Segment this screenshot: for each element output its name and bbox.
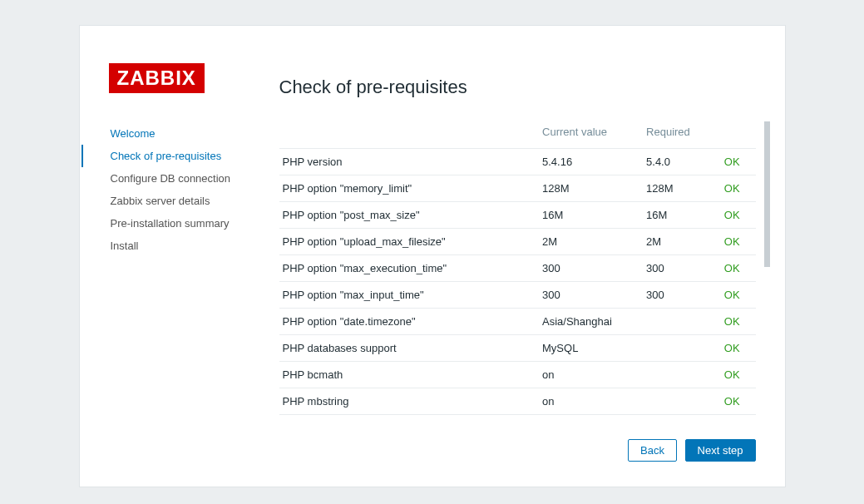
cell-required-value: 16M bbox=[643, 202, 721, 229]
zabbix-logo: ZABBIX bbox=[109, 63, 205, 93]
cell-status: OK bbox=[721, 388, 756, 415]
cell-current-value: MySQL bbox=[539, 335, 643, 362]
cell-name: PHP databases support bbox=[279, 335, 540, 362]
cell-required-value: 300 bbox=[643, 255, 721, 282]
table-row: PHP option "max_input_time"300300OK bbox=[279, 282, 756, 309]
cell-status: OK bbox=[721, 149, 756, 175]
cell-status: OK bbox=[721, 282, 756, 309]
cell-current-value: 2M bbox=[539, 229, 643, 255]
cell-name: PHP mbstring bbox=[279, 388, 540, 415]
cell-required-value bbox=[643, 362, 721, 388]
col-header-status bbox=[721, 119, 756, 149]
cell-required-value: 300 bbox=[643, 282, 721, 309]
table-row: PHP version5.4.165.4.0OK bbox=[279, 149, 756, 175]
cell-required-value bbox=[643, 388, 721, 415]
cell-required-value bbox=[643, 309, 721, 335]
cell-name: PHP option "mbstring.func_overload" bbox=[279, 415, 540, 419]
cell-status: OK bbox=[721, 309, 756, 335]
cell-current-value: on bbox=[539, 388, 643, 415]
cell-current-value: 128M bbox=[539, 175, 643, 202]
cell-name: PHP option "date.timezone" bbox=[279, 309, 540, 335]
cell-name: PHP bcmath bbox=[279, 362, 540, 388]
cell-current-value: on bbox=[539, 362, 643, 388]
next-step-button[interactable]: Next step bbox=[685, 439, 756, 462]
cell-current-value: 16M bbox=[539, 202, 643, 229]
setup-sidebar: WelcomeCheck of pre-requisitesConfigure … bbox=[80, 122, 259, 462]
cell-required-value: 5.4.0 bbox=[643, 149, 721, 175]
table-row: PHP option "upload_max_filesize"2M2MOK bbox=[279, 229, 756, 255]
table-row: PHP mbstringonOK bbox=[279, 388, 756, 415]
prerequisites-table: Current value Required PHP version5.4.16… bbox=[279, 119, 756, 418]
col-header-required: Required bbox=[643, 119, 721, 149]
col-header-current: Current value bbox=[539, 119, 643, 149]
cell-required-value: 2M bbox=[643, 229, 721, 255]
cell-name: PHP version bbox=[279, 149, 540, 175]
cell-status: OK bbox=[721, 255, 756, 282]
table-row: PHP option "post_max_size"16M16MOK bbox=[279, 202, 756, 229]
sidebar-item-step-2[interactable]: Configure DB connection bbox=[81, 167, 259, 190]
sidebar-item-step-4[interactable]: Pre-installation summary bbox=[81, 212, 259, 235]
cell-current-value: off bbox=[539, 415, 643, 419]
sidebar-item-step-1[interactable]: Check of pre-requisites bbox=[81, 145, 259, 167]
page-title: Check of pre-requisites bbox=[279, 77, 756, 98]
cell-status: OK bbox=[721, 362, 756, 388]
table-row: PHP option "max_execution_time"300300OK bbox=[279, 255, 756, 282]
cell-current-value: Asia/Shanghai bbox=[539, 309, 643, 335]
button-bar: Back Next step bbox=[279, 439, 756, 462]
cell-status: OK bbox=[721, 175, 756, 202]
cell-current-value: 300 bbox=[539, 282, 643, 309]
cell-name: PHP option "upload_max_filesize" bbox=[279, 229, 540, 255]
main-content: Check of pre-requisites Current value Re… bbox=[259, 122, 785, 462]
table-row: PHP bcmathonOK bbox=[279, 362, 756, 388]
table-row: PHP option "mbstring.func_overload"offof… bbox=[279, 415, 756, 419]
back-button[interactable]: Back bbox=[628, 439, 677, 462]
sidebar-item-step-5[interactable]: Install bbox=[81, 235, 259, 257]
cell-current-value: 300 bbox=[539, 255, 643, 282]
table-row: PHP option "memory_limit"128M128MOK bbox=[279, 175, 756, 202]
cell-required-value: 128M bbox=[643, 175, 721, 202]
cell-name: PHP option "max_input_time" bbox=[279, 282, 540, 309]
cell-required-value bbox=[643, 335, 721, 362]
cell-status: OK bbox=[721, 229, 756, 255]
cell-status: OK bbox=[721, 202, 756, 229]
col-header-name bbox=[279, 119, 540, 149]
cell-status: OK bbox=[721, 415, 756, 419]
table-row: PHP databases supportMySQLOK bbox=[279, 335, 756, 362]
cell-current-value: 5.4.16 bbox=[539, 149, 643, 175]
cell-name: PHP option "post_max_size" bbox=[279, 202, 540, 229]
setup-panel: ZABBIX WelcomeCheck of pre-requisitesCon… bbox=[79, 25, 786, 487]
sidebar-item-step-3[interactable]: Zabbix server details bbox=[81, 190, 259, 212]
cell-status: OK bbox=[721, 335, 756, 362]
sidebar-item-step-0[interactable]: Welcome bbox=[81, 122, 259, 145]
cell-name: PHP option "max_execution_time" bbox=[279, 255, 540, 282]
table-row: PHP option "date.timezone"Asia/ShanghaiO… bbox=[279, 309, 756, 335]
cell-name: PHP option "memory_limit" bbox=[279, 175, 540, 202]
prerequisites-table-wrapper: Current value Required PHP version5.4.16… bbox=[279, 119, 756, 418]
cell-required-value: off bbox=[643, 415, 721, 419]
